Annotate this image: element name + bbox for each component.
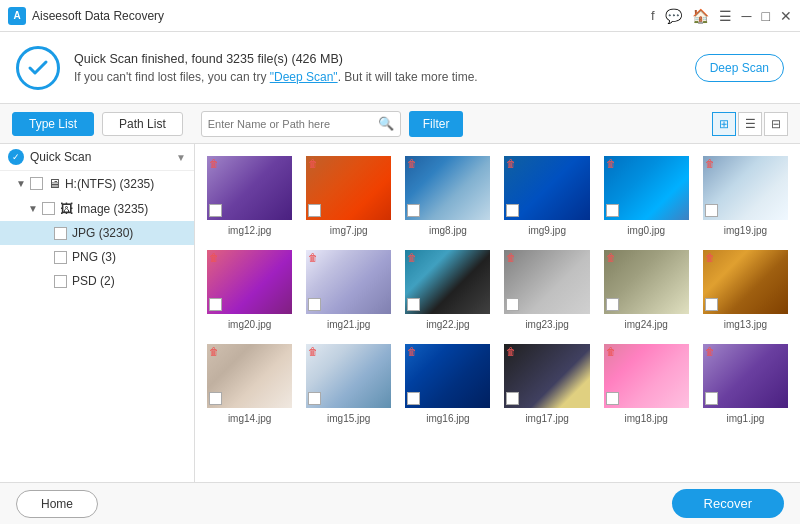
- png-checkbox[interactable]: [54, 251, 67, 264]
- file-name: img23.jpg: [525, 319, 568, 330]
- deep-scan-link[interactable]: "Deep Scan": [270, 70, 338, 84]
- view-detail-button[interactable]: ⊟: [764, 112, 788, 136]
- file-checkbox[interactable]: [705, 298, 718, 311]
- file-item[interactable]: 🗑 img13.jpg: [699, 246, 792, 334]
- minimize-icon[interactable]: ─: [742, 8, 752, 24]
- file-checkbox[interactable]: [308, 392, 321, 405]
- scan-hint: If you can't find lost files, you can tr…: [74, 70, 695, 84]
- thumbnail-wrap: 🗑: [604, 250, 689, 317]
- file-item[interactable]: 🗑 img21.jpg: [302, 246, 395, 334]
- file-name: img9.jpg: [528, 225, 566, 236]
- drive-icon: 🖥: [48, 176, 61, 191]
- file-name: img21.jpg: [327, 319, 370, 330]
- menu-icon[interactable]: ☰: [719, 8, 732, 24]
- file-checkbox[interactable]: [308, 204, 321, 217]
- file-item[interactable]: 🗑 img1.jpg: [699, 340, 792, 428]
- main-content: Quick Scan ▼ ▼ 🖥 H:(NTFS) (3235) ▼ 🖼 Ima…: [0, 144, 800, 482]
- home-icon[interactable]: 🏠: [692, 8, 709, 24]
- file-name: img22.jpg: [426, 319, 469, 330]
- delete-icon[interactable]: 🗑: [308, 346, 318, 357]
- file-item[interactable]: 🗑 img8.jpg: [401, 152, 494, 240]
- sidebar-item-psd[interactable]: ▶ PSD (2): [0, 269, 194, 293]
- file-checkbox[interactable]: [705, 204, 718, 217]
- delete-icon[interactable]: 🗑: [506, 346, 516, 357]
- file-item[interactable]: 🗑 img15.jpg: [302, 340, 395, 428]
- close-icon[interactable]: ✕: [780, 8, 792, 24]
- image-checkbox[interactable]: [42, 202, 55, 215]
- file-checkbox[interactable]: [606, 298, 619, 311]
- file-checkbox[interactable]: [308, 298, 321, 311]
- delete-icon[interactable]: 🗑: [407, 158, 417, 169]
- file-checkbox[interactable]: [209, 298, 222, 311]
- view-list-button[interactable]: ☰: [738, 112, 762, 136]
- file-checkbox[interactable]: [209, 204, 222, 217]
- file-checkbox[interactable]: [506, 392, 519, 405]
- file-name: img18.jpg: [625, 413, 668, 424]
- file-item[interactable]: 🗑 img7.jpg: [302, 152, 395, 240]
- file-checkbox[interactable]: [407, 298, 420, 311]
- file-checkbox[interactable]: [407, 392, 420, 405]
- recover-button[interactable]: Recover: [672, 489, 784, 518]
- tab-path-list[interactable]: Path List: [102, 112, 183, 136]
- thumbnail-wrap: 🗑: [703, 156, 788, 223]
- sidebar-item-h-ntfs[interactable]: ▼ 🖥 H:(NTFS) (3235): [0, 171, 194, 196]
- search-input[interactable]: [208, 118, 378, 130]
- file-item[interactable]: 🗑 img22.jpg: [401, 246, 494, 334]
- delete-icon[interactable]: 🗑: [606, 158, 616, 169]
- home-button[interactable]: Home: [16, 490, 98, 518]
- delete-icon[interactable]: 🗑: [606, 252, 616, 263]
- delete-icon[interactable]: 🗑: [209, 158, 219, 169]
- file-item[interactable]: 🗑 img18.jpg: [600, 340, 693, 428]
- facebook-icon[interactable]: f: [651, 8, 655, 24]
- delete-icon[interactable]: 🗑: [308, 252, 318, 263]
- file-item[interactable]: 🗑 img17.jpg: [500, 340, 593, 428]
- file-checkbox[interactable]: [705, 392, 718, 405]
- file-item[interactable]: 🗑 img12.jpg: [203, 152, 296, 240]
- sidebar-item-jpg[interactable]: ▶ JPG (3230): [0, 221, 194, 245]
- jpg-checkbox[interactable]: [54, 227, 67, 240]
- thumbnail-wrap: 🗑: [207, 156, 292, 223]
- file-checkbox[interactable]: [606, 392, 619, 405]
- psd-checkbox[interactable]: [54, 275, 67, 288]
- file-item[interactable]: 🗑 img24.jpg: [600, 246, 693, 334]
- delete-icon[interactable]: 🗑: [705, 252, 715, 263]
- delete-icon[interactable]: 🗑: [209, 252, 219, 263]
- file-item[interactable]: 🗑 img23.jpg: [500, 246, 593, 334]
- view-grid-button[interactable]: ⊞: [712, 112, 736, 136]
- message-icon[interactable]: 💬: [665, 8, 682, 24]
- thumbnail-wrap: 🗑: [207, 344, 292, 411]
- file-item[interactable]: 🗑 img19.jpg: [699, 152, 792, 240]
- h-ntfs-checkbox[interactable]: [30, 177, 43, 190]
- thumbnail-wrap: 🗑: [604, 156, 689, 223]
- file-checkbox[interactable]: [209, 392, 222, 405]
- file-checkbox[interactable]: [506, 204, 519, 217]
- file-checkbox[interactable]: [407, 204, 420, 217]
- file-item[interactable]: 🗑 img9.jpg: [500, 152, 593, 240]
- png-label: PNG (3): [72, 250, 186, 264]
- deep-scan-button[interactable]: Deep Scan: [695, 54, 784, 82]
- tab-type-list[interactable]: Type List: [12, 112, 94, 136]
- delete-icon[interactable]: 🗑: [308, 158, 318, 169]
- file-item[interactable]: 🗑 img16.jpg: [401, 340, 494, 428]
- sidebar-item-png[interactable]: ▶ PNG (3): [0, 245, 194, 269]
- delete-icon[interactable]: 🗑: [407, 346, 417, 357]
- delete-icon[interactable]: 🗑: [705, 346, 715, 357]
- delete-icon[interactable]: 🗑: [705, 158, 715, 169]
- delete-icon[interactable]: 🗑: [506, 252, 516, 263]
- delete-icon[interactable]: 🗑: [209, 346, 219, 357]
- delete-icon[interactable]: 🗑: [407, 252, 417, 263]
- delete-icon[interactable]: 🗑: [506, 158, 516, 169]
- maximize-icon[interactable]: □: [762, 8, 770, 24]
- file-item[interactable]: 🗑 img20.jpg: [203, 246, 296, 334]
- file-name: img14.jpg: [228, 413, 271, 424]
- toolbar: Type List Path List 🔍 Filter ⊞ ☰ ⊟: [0, 104, 800, 144]
- file-checkbox[interactable]: [606, 204, 619, 217]
- sidebar-item-image[interactable]: ▼ 🖼 Image (3235): [0, 196, 194, 221]
- delete-icon[interactable]: 🗑: [606, 346, 616, 357]
- thumbnail-wrap: 🗑: [703, 344, 788, 411]
- titlebar: A Aiseesoft Data Recovery f 💬 🏠 ☰ ─ □ ✕: [0, 0, 800, 32]
- file-checkbox[interactable]: [506, 298, 519, 311]
- filter-button[interactable]: Filter: [409, 111, 464, 137]
- file-item[interactable]: 🗑 img0.jpg: [600, 152, 693, 240]
- file-item[interactable]: 🗑 img14.jpg: [203, 340, 296, 428]
